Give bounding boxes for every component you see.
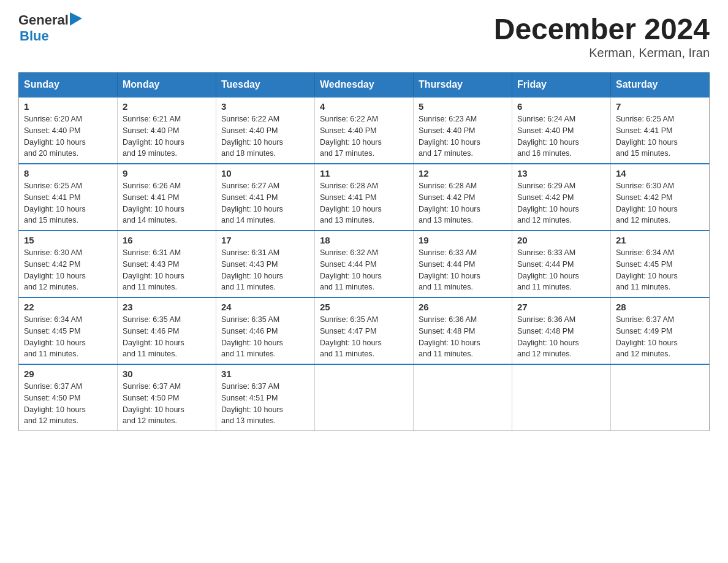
- header-monday: Monday: [118, 73, 216, 98]
- table-row: 27Sunrise: 6:36 AMSunset: 4:48 PMDayligh…: [512, 297, 611, 364]
- day-number: 25: [320, 302, 408, 312]
- day-info: Sunrise: 6:34 AMSunset: 4:45 PMDaylight:…: [24, 314, 112, 360]
- day-number: 9: [123, 168, 211, 178]
- logo-general-text: General: [18, 12, 69, 28]
- day-number: 28: [616, 302, 704, 312]
- table-row: 13Sunrise: 6:29 AMSunset: 4:42 PMDayligh…: [512, 164, 611, 231]
- table-row: [512, 364, 611, 431]
- day-info: Sunrise: 6:36 AMSunset: 4:48 PMDaylight:…: [517, 314, 605, 360]
- table-row: 5Sunrise: 6:23 AMSunset: 4:40 PMDaylight…: [414, 97, 512, 164]
- day-number: 26: [419, 302, 507, 312]
- day-number: 12: [419, 168, 507, 178]
- table-row: 10Sunrise: 6:27 AMSunset: 4:41 PMDayligh…: [216, 164, 315, 231]
- table-row: 2Sunrise: 6:21 AMSunset: 4:40 PMDaylight…: [118, 97, 216, 164]
- header-wednesday: Wednesday: [315, 73, 414, 98]
- day-number: 24: [221, 302, 309, 312]
- table-row: 1Sunrise: 6:20 AMSunset: 4:40 PMDaylight…: [19, 97, 118, 164]
- day-number: 2: [123, 101, 211, 112]
- day-info: Sunrise: 6:20 AMSunset: 4:40 PMDaylight:…: [24, 113, 112, 159]
- day-info: Sunrise: 6:35 AMSunset: 4:47 PMDaylight:…: [320, 314, 408, 360]
- day-info: Sunrise: 6:21 AMSunset: 4:40 PMDaylight:…: [123, 113, 211, 159]
- day-number: 23: [123, 302, 211, 312]
- table-row: 6Sunrise: 6:24 AMSunset: 4:40 PMDaylight…: [512, 97, 611, 164]
- day-info: Sunrise: 6:30 AMSunset: 4:42 PMDaylight:…: [24, 247, 112, 293]
- day-number: 10: [221, 168, 309, 178]
- day-number: 30: [123, 369, 211, 379]
- calendar-subtitle: Kerman, Kerman, Iran: [494, 46, 710, 60]
- day-info: Sunrise: 6:37 AMSunset: 4:49 PMDaylight:…: [616, 314, 704, 360]
- day-info: Sunrise: 6:37 AMSunset: 4:50 PMDaylight:…: [24, 381, 112, 427]
- table-row: 7Sunrise: 6:25 AMSunset: 4:41 PMDaylight…: [611, 97, 710, 164]
- calendar-table: Sunday Monday Tuesday Wednesday Thursday…: [18, 72, 710, 431]
- day-number: 18: [320, 235, 408, 245]
- day-number: 13: [517, 168, 605, 178]
- table-row: 15Sunrise: 6:30 AMSunset: 4:42 PMDayligh…: [19, 231, 118, 297]
- day-number: 21: [616, 235, 704, 245]
- day-info: Sunrise: 6:24 AMSunset: 4:40 PMDaylight:…: [517, 113, 605, 159]
- day-info: Sunrise: 6:37 AMSunset: 4:50 PMDaylight:…: [123, 381, 211, 427]
- calendar-header-row: Sunday Monday Tuesday Wednesday Thursday…: [19, 73, 710, 98]
- table-row: [414, 364, 512, 431]
- header-thursday: Thursday: [414, 73, 512, 98]
- day-info: Sunrise: 6:29 AMSunset: 4:42 PMDaylight:…: [517, 180, 605, 226]
- day-number: 29: [24, 369, 112, 379]
- calendar-week-row: 1Sunrise: 6:20 AMSunset: 4:40 PMDaylight…: [19, 97, 710, 164]
- day-info: Sunrise: 6:31 AMSunset: 4:43 PMDaylight:…: [123, 247, 211, 293]
- day-info: Sunrise: 6:22 AMSunset: 4:40 PMDaylight:…: [221, 113, 309, 159]
- day-number: 6: [517, 101, 605, 112]
- day-info: Sunrise: 6:34 AMSunset: 4:45 PMDaylight:…: [616, 247, 704, 293]
- table-row: 30Sunrise: 6:37 AMSunset: 4:50 PMDayligh…: [118, 364, 216, 431]
- day-info: Sunrise: 6:32 AMSunset: 4:44 PMDaylight:…: [320, 247, 408, 293]
- day-info: Sunrise: 6:30 AMSunset: 4:42 PMDaylight:…: [616, 180, 704, 226]
- day-info: Sunrise: 6:37 AMSunset: 4:51 PMDaylight:…: [221, 381, 309, 427]
- table-row: 29Sunrise: 6:37 AMSunset: 4:50 PMDayligh…: [19, 364, 118, 431]
- day-number: 8: [24, 168, 112, 178]
- day-number: 31: [221, 369, 309, 379]
- table-row: 31Sunrise: 6:37 AMSunset: 4:51 PMDayligh…: [216, 364, 315, 431]
- table-row: 28Sunrise: 6:37 AMSunset: 4:49 PMDayligh…: [611, 297, 710, 364]
- calendar-week-row: 8Sunrise: 6:25 AMSunset: 4:41 PMDaylight…: [19, 164, 710, 231]
- day-info: Sunrise: 6:28 AMSunset: 4:41 PMDaylight:…: [320, 180, 408, 226]
- day-number: 19: [419, 235, 507, 245]
- table-row: 21Sunrise: 6:34 AMSunset: 4:45 PMDayligh…: [611, 231, 710, 297]
- calendar-week-row: 15Sunrise: 6:30 AMSunset: 4:42 PMDayligh…: [19, 231, 710, 297]
- header-tuesday: Tuesday: [216, 73, 315, 98]
- day-number: 15: [24, 235, 112, 245]
- day-number: 17: [221, 235, 309, 245]
- title-block: December 2024 Kerman, Kerman, Iran: [494, 12, 710, 60]
- day-number: 16: [123, 235, 211, 245]
- table-row: 22Sunrise: 6:34 AMSunset: 4:45 PMDayligh…: [19, 297, 118, 364]
- day-number: 22: [24, 302, 112, 312]
- day-number: 4: [320, 101, 408, 112]
- day-info: Sunrise: 6:26 AMSunset: 4:41 PMDaylight:…: [123, 180, 211, 226]
- svg-marker-0: [70, 12, 82, 26]
- page-header: General Blue December 2024 Kerman, Kerma…: [18, 12, 710, 60]
- table-row: 8Sunrise: 6:25 AMSunset: 4:41 PMDaylight…: [19, 164, 118, 231]
- day-info: Sunrise: 6:35 AMSunset: 4:46 PMDaylight:…: [123, 314, 211, 360]
- day-info: Sunrise: 6:33 AMSunset: 4:44 PMDaylight:…: [517, 247, 605, 293]
- table-row: 12Sunrise: 6:28 AMSunset: 4:42 PMDayligh…: [414, 164, 512, 231]
- header-sunday: Sunday: [19, 73, 118, 98]
- day-info: Sunrise: 6:36 AMSunset: 4:48 PMDaylight:…: [419, 314, 507, 360]
- calendar-week-row: 29Sunrise: 6:37 AMSunset: 4:50 PMDayligh…: [19, 364, 710, 431]
- day-info: Sunrise: 6:27 AMSunset: 4:41 PMDaylight:…: [221, 180, 309, 226]
- table-row: 11Sunrise: 6:28 AMSunset: 4:41 PMDayligh…: [315, 164, 414, 231]
- day-info: Sunrise: 6:23 AMSunset: 4:40 PMDaylight:…: [419, 113, 507, 159]
- day-number: 5: [419, 101, 507, 112]
- table-row: 26Sunrise: 6:36 AMSunset: 4:48 PMDayligh…: [414, 297, 512, 364]
- logo-triangle-icon: [70, 12, 82, 26]
- day-number: 20: [517, 235, 605, 245]
- day-info: Sunrise: 6:22 AMSunset: 4:40 PMDaylight:…: [320, 113, 408, 159]
- day-number: 14: [616, 168, 704, 178]
- day-number: 7: [616, 101, 704, 112]
- table-row: [315, 364, 414, 431]
- table-row: 23Sunrise: 6:35 AMSunset: 4:46 PMDayligh…: [118, 297, 216, 364]
- table-row: 9Sunrise: 6:26 AMSunset: 4:41 PMDaylight…: [118, 164, 216, 231]
- table-row: 19Sunrise: 6:33 AMSunset: 4:44 PMDayligh…: [414, 231, 512, 297]
- day-number: 1: [24, 101, 112, 112]
- day-number: 11: [320, 168, 408, 178]
- logo-blue-text: Blue: [18, 28, 82, 44]
- logo: General Blue: [18, 12, 82, 44]
- header-friday: Friday: [512, 73, 611, 98]
- table-row: 3Sunrise: 6:22 AMSunset: 4:40 PMDaylight…: [216, 97, 315, 164]
